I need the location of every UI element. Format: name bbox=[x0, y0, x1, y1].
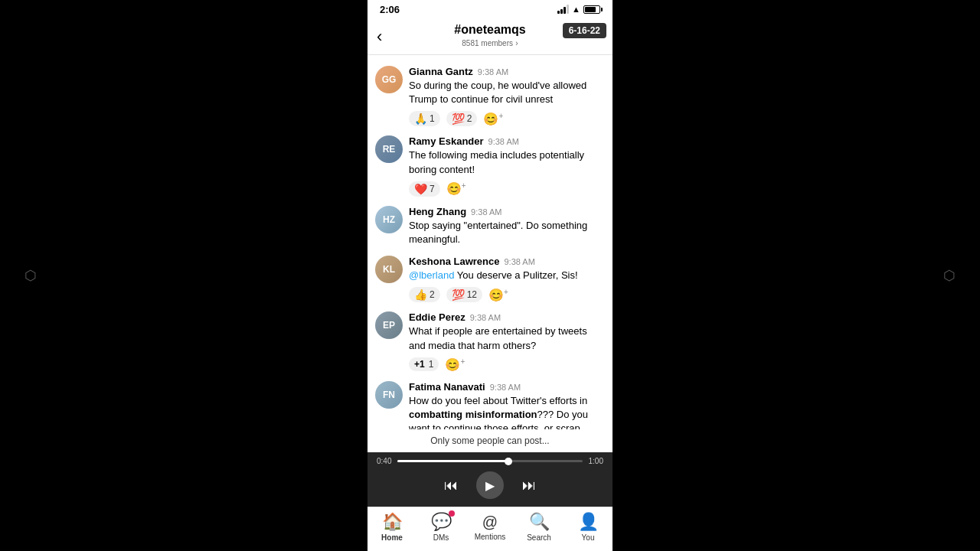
add-reaction-button[interactable]: 😊+ bbox=[446, 181, 466, 196]
date-badge: 6-16-22 bbox=[563, 23, 606, 38]
sender-name: Heng Zhang bbox=[409, 206, 466, 217]
signal-icon bbox=[557, 5, 569, 14]
nav-label-mentions: Mentions bbox=[475, 533, 506, 541]
left-edge-icon: ⬡ bbox=[24, 267, 37, 284]
you-icon: 👤 bbox=[578, 512, 599, 532]
message-text: How do you feel about Twitter's efforts … bbox=[409, 394, 605, 429]
avatar: HZ bbox=[375, 206, 403, 233]
reaction[interactable]: 🙏1 bbox=[409, 111, 440, 126]
message-content: Gianna Gantz 9:38 AM So during the coup,… bbox=[409, 66, 605, 126]
caption-text: Only some people can post... bbox=[430, 435, 549, 446]
back-button[interactable]: ‹ bbox=[377, 27, 382, 47]
avatar: FN bbox=[375, 381, 403, 409]
video-controls: ⏮ ▶ ⏭ bbox=[377, 468, 603, 502]
status-bar: 2:06 ▲ bbox=[368, 0, 612, 18]
nav-label-search: Search bbox=[527, 533, 551, 542]
notification-dot bbox=[449, 510, 455, 517]
list-item: HZ Heng Zhang 9:38 AM Stop saying "enter… bbox=[368, 201, 612, 251]
message-header: Keshona Lawrence 9:38 AM bbox=[409, 256, 605, 267]
progress-bar-container: 0:40 1:00 bbox=[377, 457, 603, 465]
reactions: +11 😊+ bbox=[409, 357, 605, 372]
reactions: 👍2 💯12 😊+ bbox=[409, 287, 605, 302]
avatar: EP bbox=[375, 311, 403, 339]
reactions: 🙏1 💯2 😊+ bbox=[409, 111, 605, 126]
nav-item-dms[interactable]: 💬 DMs bbox=[423, 512, 459, 542]
avatar: RE bbox=[375, 135, 403, 163]
channel-header: ‹ #oneteamqs 8581 members › 6-16-22 bbox=[368, 18, 612, 55]
add-reaction-button[interactable]: 😊+ bbox=[483, 112, 503, 126]
status-icons: ▲ bbox=[557, 5, 600, 14]
message-header: Fatima Nanavati 9:38 AM bbox=[409, 381, 605, 393]
members-count[interactable]: 8581 members › bbox=[380, 37, 600, 48]
message-header: Heng Zhang 9:38 AM bbox=[409, 206, 605, 217]
avatar: KL bbox=[375, 256, 403, 283]
message-text: So during the coup, he would've allowed … bbox=[409, 79, 605, 106]
message-time: 9:38 AM bbox=[490, 383, 521, 392]
message-header: Gianna Gantz 9:38 AM bbox=[409, 66, 605, 77]
nav-item-mentions[interactable]: @ Mentions bbox=[472, 514, 508, 541]
wifi-icon: ▲ bbox=[572, 5, 580, 14]
nav-label-dms: DMs bbox=[433, 533, 449, 542]
sender-name: Eddie Perez bbox=[409, 311, 466, 323]
mention[interactable]: @lberland bbox=[409, 269, 454, 281]
message-time: 9:38 AM bbox=[470, 313, 501, 322]
seek-bar[interactable] bbox=[397, 460, 582, 462]
message-time: 9:38 AM bbox=[471, 207, 501, 217]
avatar: GG bbox=[375, 66, 403, 93]
sender-name: Keshona Lawrence bbox=[409, 256, 500, 267]
message-text: The following media includes potentially… bbox=[409, 148, 605, 176]
list-item: GG Gianna Gantz 9:38 AM So during the co… bbox=[368, 61, 612, 131]
nav-label-home: Home bbox=[381, 533, 403, 542]
search-icon: 🔍 bbox=[529, 512, 550, 532]
message-content: Fatima Nanavati 9:38 AM How do you feel … bbox=[409, 381, 605, 429]
time-total: 1:00 bbox=[589, 457, 603, 465]
rewind-button[interactable]: ⏮ bbox=[444, 478, 458, 494]
reaction[interactable]: 💯12 bbox=[446, 287, 482, 302]
message-time: 9:38 AM bbox=[488, 137, 519, 146]
message-time: 9:38 AM bbox=[478, 67, 508, 77]
status-time: 2:06 bbox=[380, 4, 400, 15]
sender-name: Gianna Gantz bbox=[409, 66, 473, 77]
list-item: KL Keshona Lawrence 9:38 AM @lberland Yo… bbox=[368, 251, 612, 307]
fast-forward-button[interactable]: ⏭ bbox=[522, 478, 536, 494]
dms-icon: 💬 bbox=[431, 512, 452, 532]
reaction[interactable]: ❤️7 bbox=[409, 181, 440, 197]
nav-label-you: You bbox=[582, 533, 595, 542]
home-icon: 🏠 bbox=[382, 512, 403, 532]
add-reaction-button[interactable]: 😊+ bbox=[445, 357, 465, 372]
play-pause-button[interactable]: ▶ bbox=[476, 471, 504, 499]
message-content: Eddie Perez 9:38 AM What if people are e… bbox=[409, 311, 605, 372]
add-reaction-button[interactable]: 😊+ bbox=[488, 288, 508, 302]
bottom-nav: 🏠 Home 💬 DMs @ Mentions 🔍 Search 👤 Yo bbox=[368, 507, 612, 551]
list-item: FN Fatima Nanavati 9:38 AM How do you fe… bbox=[368, 377, 612, 429]
nav-item-home[interactable]: 🏠 Home bbox=[374, 512, 410, 542]
message-text: Stop saying "entertained". Do something … bbox=[409, 219, 605, 246]
message-content: Heng Zhang 9:38 AM Stop saying "entertai… bbox=[409, 206, 605, 246]
messages-area: GG Gianna Gantz 9:38 AM So during the co… bbox=[368, 55, 612, 429]
message-content: Keshona Lawrence 9:38 AM @lberland You d… bbox=[409, 256, 605, 302]
reaction[interactable]: 💯2 bbox=[446, 111, 478, 126]
message-content: Ramy Eskander 9:38 AM The following medi… bbox=[409, 135, 605, 196]
video-toolbar: 0:40 1:00 ⏮ ▶ ⏭ bbox=[368, 452, 612, 507]
message-text: What if people are entertained by tweets… bbox=[409, 324, 605, 352]
list-item: RE Ramy Eskander 9:38 AM The following m… bbox=[368, 131, 612, 201]
nav-item-search[interactable]: 🔍 Search bbox=[521, 512, 557, 542]
reaction[interactable]: 👍2 bbox=[409, 287, 440, 302]
message-header: Eddie Perez 9:38 AM bbox=[409, 311, 605, 323]
message-header: Ramy Eskander 9:38 AM bbox=[409, 135, 605, 147]
sender-name: Ramy Eskander bbox=[409, 135, 484, 147]
reaction[interactable]: +11 bbox=[409, 357, 439, 371]
time-current: 0:40 bbox=[377, 457, 391, 465]
right-edge-icon: ⬡ bbox=[943, 267, 956, 284]
sender-name: Fatima Nanavati bbox=[409, 381, 485, 393]
caption-bar: Only some people can post... bbox=[368, 429, 612, 452]
battery-icon bbox=[583, 5, 600, 14]
message-text: @lberland You deserve a Pulitzer, Sis! bbox=[409, 269, 605, 282]
message-time: 9:38 AM bbox=[505, 257, 535, 266]
reactions: ❤️7 😊+ bbox=[409, 181, 605, 197]
nav-item-you[interactable]: 👤 You bbox=[570, 512, 606, 542]
list-item: EP Eddie Perez 9:38 AM What if people ar… bbox=[368, 307, 612, 377]
mentions-icon: @ bbox=[482, 514, 498, 531]
